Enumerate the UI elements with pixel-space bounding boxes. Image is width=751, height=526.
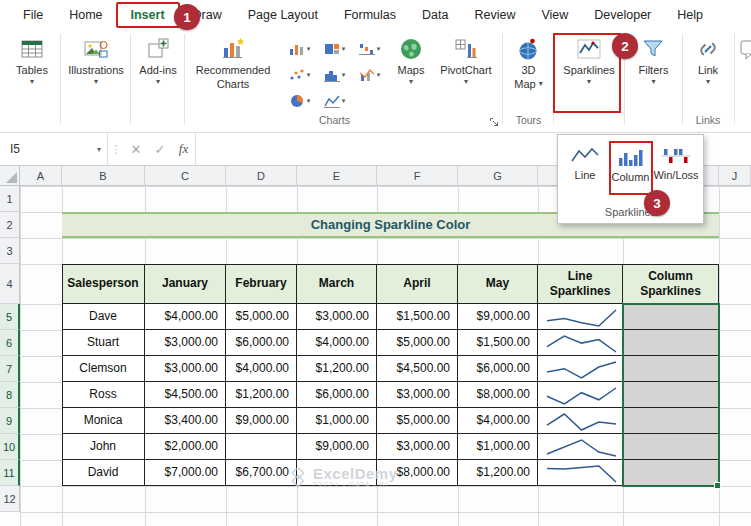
cell-value[interactable]: $4,500.00 [145,382,226,408]
table-header-column-sparklines[interactable]: Column Sparklines [623,264,719,304]
cell-value[interactable]: $9,000.00 [226,408,297,434]
selected-column-sparkline-cell[interactable] [623,330,719,356]
insert-waterfall-chart-button[interactable]: ▾ [352,36,387,62]
tables-button[interactable]: Tables ▾ [16,34,48,86]
column-header-a[interactable]: A [20,166,62,186]
column-header-f[interactable]: F [377,166,458,186]
table-header-line-sparklines[interactable]: Line Sparklines [538,264,623,304]
cell-value[interactable]: $5,000.00 [226,304,297,330]
column-header-g[interactable]: G [458,166,538,186]
cell-value[interactable]: $3,000.00 [145,356,226,382]
row-header-6[interactable]: 6 [0,330,20,356]
illustrations-button[interactable]: Illustrations ▾ [68,34,124,86]
name-box[interactable]: I5 ▾ [0,133,108,165]
cell-value[interactable] [226,434,297,460]
line-sparkline-cell[interactable] [538,356,623,382]
menu-item-line-sparkline[interactable]: Line [563,141,607,195]
insert-line-chart-button[interactable]: ▾ [317,88,352,114]
ribbon-tab-home[interactable]: Home [56,0,115,30]
formula-bar-splitter[interactable]: ⋮ [108,133,124,165]
column-header-j[interactable]: J [719,166,751,186]
table-header-february[interactable]: February [226,264,297,304]
line-sparkline-cell[interactable] [538,304,623,330]
charts-dialog-launcher[interactable] [489,114,500,132]
cell-salesperson[interactable]: John [62,434,145,460]
ribbon-tab-insert[interactable]: Insert [116,2,180,28]
cell-value[interactable]: $7,000.00 [145,460,226,486]
cell-value[interactable]: $5,000.00 [377,408,458,434]
cell-value[interactable]: $1,500.00 [458,330,538,356]
cell-value[interactable]: $4,000.00 [145,304,226,330]
cell-salesperson[interactable]: David [62,460,145,486]
line-sparkline-cell[interactable] [538,408,623,434]
selected-column-sparkline-cell[interactable] [623,408,719,434]
cell-value[interactable]: $5,000.00 [377,330,458,356]
column-header-b[interactable]: B [62,166,145,186]
cell-salesperson[interactable]: Ross [62,382,145,408]
selected-column-sparkline-cell[interactable] [623,382,719,408]
cell-value[interactable]: $9,000.00 [297,434,377,460]
cell-salesperson[interactable]: Clemson [62,356,145,382]
cell-value[interactable]: $8,000.00 [377,460,458,486]
cell-value[interactable]: $4,000.00 [458,408,538,434]
cell-value[interactable]: $4,000.00 [297,330,377,356]
table-header-salesperson[interactable]: Salesperson [62,264,145,304]
line-sparkline-cell[interactable] [538,460,623,486]
row-header-1[interactable]: 1 [0,186,20,212]
cell-value[interactable]: $1,200.00 [226,382,297,408]
row-header-2[interactable]: 2 [0,212,20,238]
cell-salesperson[interactable]: Monica [62,408,145,434]
insert-statistic-chart-button[interactable]: ▾ [317,62,352,88]
cell-value[interactable]: $3,000.00 [377,434,458,460]
insert-combo-chart-button[interactable]: ▾ [352,62,387,88]
insert-column-chart-button[interactable]: ▾ [282,36,317,62]
ribbon-tab-page-layout[interactable]: Page Layout [235,0,331,30]
select-all-corner[interactable] [0,166,20,186]
cell-value[interactable] [297,460,377,486]
ribbon-tab-developer[interactable]: Developer [581,0,664,30]
cell-value[interactable]: $8,000.00 [458,382,538,408]
menu-item-winloss-sparkline[interactable]: Win/Loss [654,141,698,195]
ribbon-tab-data[interactable]: Data [409,0,461,30]
link-button[interactable]: Link ▾ [684,34,732,86]
ribbon-tab-help[interactable]: Help [664,0,716,30]
cell-value[interactable]: $1,000.00 [458,434,538,460]
addins-button[interactable]: Add-ins ▾ [139,34,176,86]
cell-value[interactable]: $1,200.00 [458,460,538,486]
table-header-march[interactable]: March [297,264,377,304]
row-header-9[interactable]: 9 [0,408,20,434]
selected-column-sparkline-cell[interactable] [623,356,719,382]
row-header-11[interactable]: 11 [0,460,20,486]
row-header-8[interactable]: 8 [0,382,20,408]
table-header-april[interactable]: April [377,264,458,304]
selected-column-sparkline-cell[interactable] [623,304,719,330]
insert-pie-chart-button[interactable]: ▾ [282,88,317,114]
cell-value[interactable]: $1,500.00 [377,304,458,330]
selected-column-sparkline-cell[interactable] [623,460,719,486]
column-header-e[interactable]: E [297,166,377,186]
row-header-5[interactable]: 5 [0,304,20,330]
pivotchart-button[interactable]: PivotChart ▾ [436,34,496,86]
enter-icon[interactable]: ✓ [148,133,172,165]
menu-item-column-sparkline[interactable]: Column [609,141,653,195]
cell-value[interactable]: $2,000.00 [145,434,226,460]
row-header-10[interactable]: 10 [0,434,20,460]
cell-value[interactable]: $3,400.00 [145,408,226,434]
ribbon-tab-view[interactable]: View [528,0,581,30]
cell-value[interactable]: $6,700.00 [226,460,297,486]
cell-value[interactable]: $1,000.00 [297,408,377,434]
cell-value[interactable]: $9,000.00 [458,304,538,330]
line-sparkline-cell[interactable] [538,382,623,408]
maps-button[interactable]: Maps ▾ [388,34,434,86]
comment-button[interactable] [737,34,751,62]
column-header-d[interactable]: D [226,166,297,186]
ribbon-tab-review[interactable]: Review [461,0,528,30]
insert-hierarchy-chart-button[interactable]: ▾ [317,36,352,62]
row-header-4[interactable]: 4 [0,264,20,304]
cell-value[interactable]: $6,000.00 [297,382,377,408]
cell-value[interactable]: $4,000.00 [226,356,297,382]
cell-value[interactable]: $3,000.00 [377,382,458,408]
3d-map-button[interactable]: 3D Map▾ [505,34,552,90]
cell-salesperson[interactable]: Dave [62,304,145,330]
row-header-3[interactable]: 3 [0,238,20,264]
